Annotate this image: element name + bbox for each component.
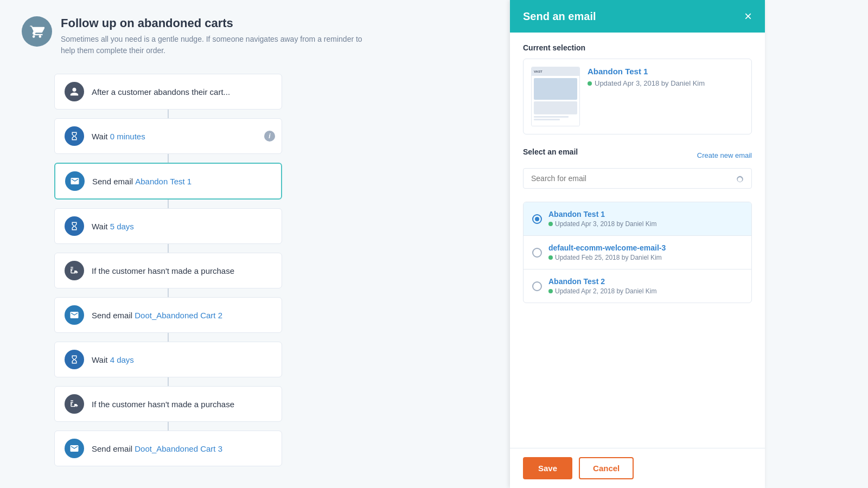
step-trigger-text: After a customer abandons their cart... [92,87,230,97]
workflow-header: Follow up on abandoned carts Sometimes a… [22,16,488,56]
create-new-email-link[interactable]: Create new email [697,151,752,159]
email-list-item[interactable]: default-ecomm-welcome-email-3 Updated Fe… [524,236,751,269]
step-email1[interactable]: Send email Abandon Test 1 [54,163,282,200]
step-condition1-text: If the customer hasn't made a purchase [92,266,234,275]
step-condition2-text: If the customer hasn't made a purchase [92,400,234,409]
email-item-name: Abandon Test 1 [548,210,656,219]
workflow-title: Follow up on abandoned carts [61,16,365,30]
panel-footer: Save Cancel [510,448,765,488]
email-list-item[interactable]: Abandon Test 1 Updated Apr 3, 2018 by Da… [524,202,751,236]
email-list: Abandon Test 1 Updated Apr 3, 2018 by Da… [523,202,752,303]
connector [168,288,169,297]
panel-body: Current selection VAST Abandon Test 1 [510,33,765,448]
step-email1-highlight: Abandon Test 1 [135,177,192,186]
info-badge: i [264,131,275,142]
selection-meta-text: Updated Apr 3, 2018 by Daniel Kim [595,79,705,87]
step-wait1[interactable]: Wait 0 minutes i [54,118,282,154]
search-input[interactable] [523,168,752,189]
step-email1-wrapper: Send email Abandon Test 1 [54,163,282,208]
steps-container: After a customer abandons their cart... … [22,74,488,466]
current-selection-card: VAST Abandon Test 1 Updated Apr 3, 2018 … [523,59,752,134]
email-item-meta: Updated Feb 25, 2018 by Daniel Kim [548,254,666,261]
hourglass-icon [65,126,84,146]
step-email3[interactable]: Send email Doot_Abandoned Cart 3 [54,431,282,466]
search-wrapper [523,168,752,195]
branch-icon [65,261,84,280]
email-icon [65,439,84,458]
email-list-item[interactable]: Abandon Test 2 Updated Apr 2, 2018 by Da… [524,269,751,303]
step-wait2[interactable]: Wait 5 days [54,208,282,244]
email-item-name: Abandon Test 2 [548,277,656,286]
connector [168,200,169,208]
step-email3-text: Send email Doot_Abandoned Cart 3 [92,444,222,453]
current-selection-label: Current selection [523,43,752,52]
select-email-label: Select an email [523,147,578,156]
step-email2-highlight: Doot_Abandoned Cart 2 [135,311,222,320]
cart-icon [29,24,44,39]
connector [168,377,169,386]
radio-inner [535,217,539,221]
selection-name: Abandon Test 1 [588,67,705,76]
step-email1-text: Send email Abandon Test 1 [92,177,192,186]
email-item-name: default-ecomm-welcome-email-3 [548,243,666,252]
step-wait1-highlight: 0 minutes [110,132,145,141]
status-dot [548,222,553,226]
step-condition1[interactable]: If the customer hasn't made a purchase [54,253,282,288]
hourglass-icon [65,216,84,236]
panel-title: Send an email [523,10,596,23]
hourglass-icon [65,350,84,369]
radio-button[interactable] [532,214,542,224]
branch-icon [65,394,84,414]
connector [168,422,169,431]
step-email3-wrapper: Send email Doot_Abandoned Cart 3 [54,431,282,466]
step-wait3[interactable]: Wait 4 days [54,342,282,377]
select-email-header: Select an email Create new email [523,147,752,163]
step-email3-highlight: Doot_Abandoned Cart 3 [135,444,222,453]
selection-info: Abandon Test 1 Updated Apr 3, 2018 by Da… [588,67,705,126]
step-wait2-text: Wait 5 days [92,222,134,231]
step-wait3-wrapper: Wait 4 days [54,342,282,386]
email-item-meta-text: Updated Feb 25, 2018 by Daniel Kim [555,254,662,261]
step-condition1-wrapper: If the customer hasn't made a purchase [54,253,282,297]
status-dot [588,81,592,86]
radio-button[interactable] [532,248,542,258]
email-item-meta: Updated Apr 3, 2018 by Daniel Kim [548,220,656,228]
email-item-meta-text: Updated Apr 3, 2018 by Daniel Kim [555,220,656,228]
step-trigger[interactable]: After a customer abandons their cart... [54,74,282,110]
cancel-button[interactable]: Cancel [579,457,634,479]
selection-meta: Updated Apr 3, 2018 by Daniel Kim [588,79,705,87]
person-icon [65,82,84,101]
step-wait3-text: Wait 4 days [92,355,134,364]
connector [168,154,169,163]
radio-button[interactable] [532,281,542,291]
save-button[interactable]: Save [523,457,572,479]
connector [168,110,169,118]
connector [168,244,169,253]
step-email2-wrapper: Send email Doot_Abandoned Cart 2 [54,297,282,342]
step-wait3-highlight: 4 days [110,355,134,364]
status-dot [548,289,553,293]
workflow-icon-container [22,16,52,47]
close-button[interactable]: × [744,10,752,23]
left-panel: Follow up on abandoned carts Sometimes a… [0,0,510,488]
email-item-meta-text: Updated Apr 2, 2018 by Daniel Kim [555,287,656,295]
step-condition2-wrapper: If the customer hasn't made a purchase [54,386,282,431]
step-wait2-highlight: 5 days [110,222,134,231]
status-dot [548,255,553,260]
connector [168,333,169,342]
panel-header: Send an email × [510,0,765,33]
right-panel: Send an email × Current selection VAST [510,0,765,488]
search-icon [736,176,745,188]
step-wait2-wrapper: Wait 5 days [54,208,282,253]
email-icon [65,171,85,191]
step-email2[interactable]: Send email Doot_Abandoned Cart 2 [54,297,282,333]
email-icon [65,305,84,325]
step-trigger-wrapper: After a customer abandons their cart... [54,74,282,118]
email-thumbnail: VAST [531,67,580,126]
step-email2-text: Send email Doot_Abandoned Cart 2 [92,311,222,320]
step-condition2[interactable]: If the customer hasn't made a purchase [54,386,282,422]
email-item-meta: Updated Apr 2, 2018 by Daniel Kim [548,287,656,295]
step-wait1-text: Wait 0 minutes [92,132,145,141]
step-wait1-wrapper: Wait 0 minutes i [54,118,282,163]
workflow-description: Sometimes all you need is a gentle nudge… [61,34,365,56]
